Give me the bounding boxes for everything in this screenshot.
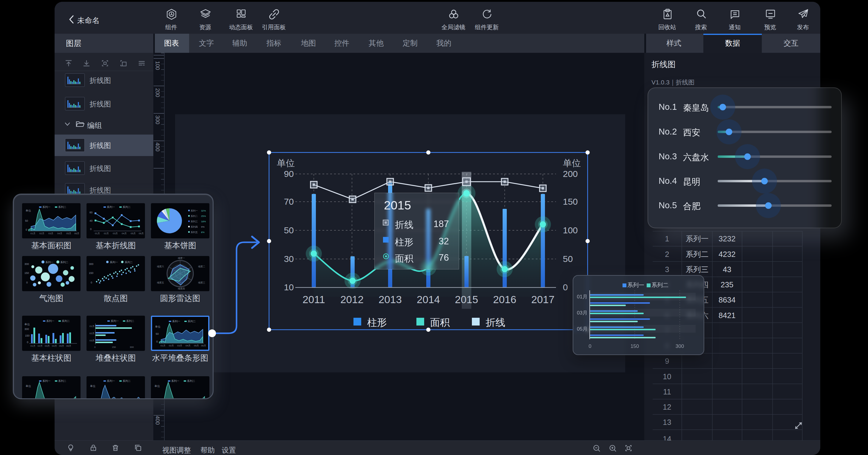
svg-text:0: 0 bbox=[91, 281, 92, 284]
svg-text:03月: 03月 bbox=[177, 344, 182, 347]
svg-text:01月: 01月 bbox=[160, 344, 165, 347]
svg-text:9%: 9% bbox=[201, 225, 205, 228]
svg-text:单位: 单位 bbox=[26, 209, 31, 212]
svg-text:03月: 03月 bbox=[113, 232, 118, 235]
svg-text:0: 0 bbox=[563, 282, 568, 292]
svg-text:300: 300 bbox=[25, 328, 29, 331]
svg-text:90: 90 bbox=[284, 169, 294, 179]
svg-text:单位: 单位 bbox=[155, 385, 160, 388]
svg-text:维度一: 维度一 bbox=[178, 257, 185, 260]
svg-text:30: 30 bbox=[284, 254, 294, 264]
svg-text:40: 40 bbox=[90, 219, 92, 222]
svg-text:系列一: 系列一 bbox=[42, 380, 51, 383]
svg-text:2016: 2016 bbox=[493, 294, 516, 305]
svg-text:150: 150 bbox=[25, 272, 29, 274]
svg-text:02月: 02月 bbox=[104, 232, 109, 235]
svg-text:单位: 单位 bbox=[563, 158, 581, 168]
svg-text:13: 13 bbox=[663, 418, 672, 426]
svg-text:01月: 01月 bbox=[95, 232, 100, 235]
svg-text:2013: 2013 bbox=[378, 294, 402, 305]
svg-text:04月: 04月 bbox=[186, 344, 191, 347]
svg-text:系列二: 系列二 bbox=[58, 380, 66, 383]
svg-text:150: 150 bbox=[563, 196, 578, 207]
svg-text:50: 50 bbox=[156, 332, 159, 335]
svg-text:9: 9 bbox=[665, 357, 669, 365]
svg-text:11: 11 bbox=[663, 388, 671, 396]
svg-text:2014: 2014 bbox=[417, 294, 440, 305]
svg-text:柱形: 柱形 bbox=[367, 317, 387, 328]
svg-text:300: 300 bbox=[676, 343, 684, 349]
svg-text:单位: 单位 bbox=[155, 325, 160, 328]
svg-text:150: 150 bbox=[89, 272, 93, 274]
svg-text:80: 80 bbox=[90, 211, 92, 214]
svg-text:06月: 06月 bbox=[66, 344, 71, 347]
svg-text:200: 200 bbox=[563, 169, 578, 179]
svg-text:25%: 25% bbox=[201, 215, 206, 217]
svg-text:03月: 03月 bbox=[48, 232, 53, 235]
svg-text:01月: 01月 bbox=[90, 325, 95, 328]
svg-text:系列三: 系列三 bbox=[685, 265, 708, 274]
svg-text:3: 3 bbox=[665, 265, 669, 274]
svg-text:系列二: 系列二 bbox=[126, 320, 134, 323]
svg-text:8421: 8421 bbox=[719, 311, 736, 320]
svg-text:系列一: 系列一 bbox=[171, 380, 179, 383]
svg-text:05月: 05月 bbox=[59, 344, 64, 347]
svg-text:32%: 32% bbox=[201, 209, 206, 212]
svg-text:235: 235 bbox=[721, 280, 734, 289]
svg-text:300: 300 bbox=[89, 263, 93, 266]
svg-text:04月: 04月 bbox=[57, 232, 62, 235]
svg-text:单位: 单位 bbox=[277, 158, 295, 168]
svg-text:0: 0 bbox=[26, 281, 28, 284]
svg-text:3232: 3232 bbox=[719, 235, 736, 243]
svg-text:系列四: 系列四 bbox=[191, 225, 198, 228]
svg-text:8%: 8% bbox=[201, 231, 205, 234]
svg-text:系列二: 系列二 bbox=[58, 206, 66, 209]
svg-text:05月: 05月 bbox=[577, 326, 588, 332]
svg-text:01月: 01月 bbox=[30, 232, 35, 235]
svg-text:8634: 8634 bbox=[719, 296, 736, 304]
svg-text:系列二: 系列二 bbox=[685, 250, 708, 259]
svg-text:4232: 4232 bbox=[719, 250, 736, 259]
svg-text:0: 0 bbox=[156, 340, 158, 343]
svg-text:系列二: 系列二 bbox=[187, 380, 195, 383]
svg-text:单位: 单位 bbox=[26, 385, 31, 388]
svg-text:系列一: 系列一 bbox=[191, 209, 198, 212]
svg-text:70: 70 bbox=[284, 196, 294, 207]
svg-text:系列三: 系列三 bbox=[191, 220, 198, 223]
svg-text:系列二: 系列二 bbox=[188, 320, 196, 323]
svg-text:折线: 折线 bbox=[486, 317, 505, 328]
svg-text:03月: 03月 bbox=[90, 339, 95, 342]
svg-text:系列一: 系列一 bbox=[172, 320, 180, 323]
svg-text:10: 10 bbox=[663, 372, 672, 381]
svg-text:0: 0 bbox=[90, 228, 92, 231]
svg-text:2015: 2015 bbox=[455, 294, 478, 305]
svg-text:系列一: 系列一 bbox=[627, 282, 644, 288]
svg-text:300: 300 bbox=[25, 263, 29, 266]
svg-text:维度五: 维度五 bbox=[157, 281, 164, 284]
svg-text:系列一: 系列一 bbox=[45, 261, 53, 264]
svg-text:18%: 18% bbox=[201, 220, 206, 223]
svg-text:系列二: 系列二 bbox=[62, 320, 70, 323]
svg-text:维度二: 维度二 bbox=[198, 265, 205, 268]
svg-text:0: 0 bbox=[26, 228, 27, 231]
svg-text:05月: 05月 bbox=[66, 232, 71, 235]
svg-text:02月: 02月 bbox=[169, 344, 174, 347]
svg-text:01月: 01月 bbox=[30, 344, 35, 347]
svg-text:系列二: 系列二 bbox=[191, 215, 198, 217]
svg-text:系列一: 系列一 bbox=[110, 261, 118, 264]
svg-text:05月: 05月 bbox=[194, 344, 199, 347]
svg-text:系列一: 系列一 bbox=[685, 235, 708, 243]
svg-text:150: 150 bbox=[112, 346, 116, 348]
svg-text:0: 0 bbox=[27, 341, 28, 344]
svg-text:系列一: 系列一 bbox=[46, 320, 54, 323]
svg-text:150: 150 bbox=[25, 334, 30, 337]
svg-text:06月: 06月 bbox=[139, 232, 144, 235]
svg-text:系列一: 系列一 bbox=[107, 206, 115, 209]
svg-text:系列五: 系列五 bbox=[191, 231, 198, 234]
svg-text:02月: 02月 bbox=[38, 344, 43, 347]
svg-text:2011: 2011 bbox=[303, 294, 325, 305]
svg-text:系列二: 系列二 bbox=[123, 380, 131, 383]
svg-text:06月: 06月 bbox=[201, 344, 206, 347]
svg-text:2012: 2012 bbox=[340, 294, 364, 305]
svg-text:02月: 02月 bbox=[39, 232, 44, 235]
